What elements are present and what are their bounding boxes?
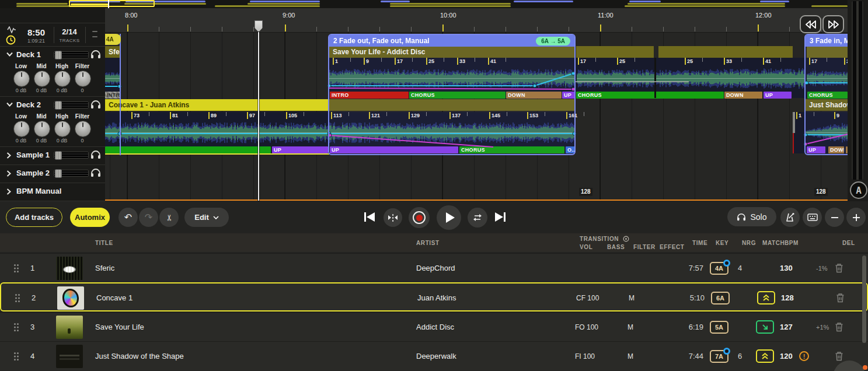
slider-thumb[interactable] — [55, 169, 62, 178]
volume-slider[interactable] — [54, 152, 89, 159]
bpm-value[interactable]: 128 — [781, 293, 794, 302]
skip-to-start-button[interactable] — [363, 211, 376, 223]
song-section[interactable]: UP — [272, 146, 328, 153]
solo-button[interactable]: Solo — [727, 207, 776, 226]
drag-handle-icon[interactable] — [13, 323, 19, 332]
drag-handle-icon[interactable] — [15, 293, 20, 303]
song-section[interactable]: INTRO — [105, 92, 120, 99]
cue-headphones-button[interactable] — [90, 50, 101, 59]
vertical-scrollbar[interactable] — [852, 1, 863, 180]
undo-button[interactable]: ↶ — [118, 208, 138, 227]
bpm-warning-icon[interactable]: ! — [799, 351, 809, 361]
arrangement-timeline[interactable]: 8:009:0010:0011:0012:00SferSave Your Lif… — [105, 8, 848, 201]
panel-label[interactable]: Deck 2 — [16, 100, 41, 109]
mid-knob[interactable] — [34, 121, 50, 137]
delete-track-button[interactable] — [835, 351, 843, 361]
time-ruler[interactable]: 8:009:0010:0011:0012:00 — [105, 8, 848, 33]
match-indicator[interactable] — [756, 320, 774, 334]
key-badge[interactable]: 5A — [710, 321, 728, 334]
slider-thumb[interactable] — [55, 151, 62, 160]
loop-button[interactable] — [468, 208, 487, 228]
song-section[interactable] — [105, 146, 271, 153]
automix-button[interactable]: Automix — [70, 208, 110, 227]
drag-handle-icon[interactable] — [13, 264, 19, 273]
chevron-down-icon[interactable] — [6, 52, 12, 58]
zoom-in-button[interactable] — [846, 208, 866, 227]
chevron-right-icon[interactable] — [6, 188, 12, 194]
bpm-change-marker[interactable]: 128 — [814, 188, 828, 196]
chevron-right-icon[interactable] — [6, 152, 12, 158]
clip-title-concave[interactable]: Concave 1 - Juan Atkins — [105, 99, 328, 111]
bpm-value[interactable]: 127 — [780, 323, 793, 331]
filter-value[interactable]: M — [628, 323, 633, 331]
clip-title-save-continuation[interactable] — [658, 46, 793, 58]
track-row[interactable]: 1SfericDeepChord7:574A4130-1% — [0, 253, 868, 282]
seek-back-button[interactable] — [800, 15, 821, 33]
transition-vol-value[interactable]: FI 100 — [575, 352, 595, 360]
redo-button[interactable]: ↷ — [139, 208, 158, 227]
filter-knob[interactable] — [75, 71, 91, 87]
high-knob[interactable] — [54, 71, 71, 87]
low-knob[interactable] — [13, 71, 30, 87]
clip-title-sferic[interactable]: Sfer — [105, 46, 121, 58]
clip-title-save-continuation[interactable] — [576, 46, 654, 58]
eye-icon[interactable] — [623, 236, 629, 242]
metronome-button[interactable] — [780, 208, 800, 227]
filter-knob[interactable] — [75, 121, 91, 137]
panel-label[interactable]: Deck 1 — [16, 50, 41, 59]
clip-start-handle[interactable] — [793, 112, 795, 133]
mid-knob[interactable] — [34, 71, 50, 87]
timeline-minimap[interactable] — [0, 0, 848, 9]
chevron-right-icon[interactable] — [6, 170, 12, 176]
match-indicator[interactable] — [757, 291, 775, 304]
seek-forward-button[interactable] — [822, 15, 844, 33]
delete-track-button[interactable] — [835, 263, 843, 273]
transition-vol-value[interactable]: FO 100 — [575, 323, 598, 331]
song-section[interactable]: UP — [764, 92, 792, 99]
track-row[interactable]: 2Concave 1Juan AtkinsCF 100M5:106A128 — [0, 282, 868, 312]
add-tracks-button[interactable]: Add tracks — [6, 208, 62, 227]
low-knob[interactable] — [13, 121, 30, 137]
bpm-change-marker[interactable]: 128 — [579, 188, 592, 196]
transition-header[interactable]: 3 Fade in, M — [806, 35, 848, 47]
panel-label[interactable]: Sample 2 — [16, 169, 50, 177]
cue-headphones-button[interactable] — [90, 168, 101, 177]
minimap-viewport[interactable] — [69, 0, 155, 7]
panel-label[interactable]: BPM Manual — [16, 187, 61, 195]
filter-value[interactable]: M — [628, 352, 633, 360]
delete-track-button[interactable] — [835, 322, 843, 332]
play-button[interactable] — [437, 205, 461, 230]
split-button[interactable]: ✂ — [159, 208, 179, 227]
match-indicator[interactable] — [756, 349, 774, 363]
record-button[interactable] — [409, 207, 430, 228]
track-row[interactable]: 4Just Shadow of the ShapeDeeperwalkFI 10… — [0, 341, 868, 370]
panel-handle-icon[interactable] — [92, 31, 97, 32]
bpm-value[interactable]: 120 — [780, 352, 793, 360]
volume-slider[interactable] — [54, 51, 89, 58]
volume-slider[interactable] — [54, 102, 89, 108]
playhead-line[interactable] — [258, 32, 259, 201]
edit-menu-button[interactable]: Edit — [184, 208, 229, 227]
snap-playhead-button[interactable] — [384, 208, 402, 227]
key-badge[interactable]: 6A — [711, 292, 730, 304]
chevron-down-icon[interactable] — [6, 102, 12, 108]
drag-handle-icon[interactable] — [13, 352, 19, 361]
slider-thumb[interactable] — [55, 101, 62, 110]
cue-headphones-button[interactable] — [90, 100, 101, 109]
high-knob[interactable] — [54, 121, 71, 137]
song-section[interactable]: CHORUS — [576, 92, 724, 99]
skip-to-end-button[interactable] — [494, 211, 507, 223]
transition-clip-3[interactable]: 3 Fade in, M — [804, 34, 848, 155]
song-section[interactable]: DOWN — [724, 92, 762, 99]
filter-value[interactable]: M — [629, 294, 635, 302]
transition-vol-value[interactable]: CF 100 — [576, 294, 599, 302]
transition-1-edge[interactable] — [120, 34, 121, 155]
panel-label[interactable]: Sample 1 — [16, 150, 50, 159]
delete-track-button[interactable] — [836, 293, 845, 303]
track-row[interactable]: 3Save Your LifeAddict DiscFO 100M6:195A1… — [0, 312, 868, 341]
volume-slider[interactable] — [54, 170, 89, 177]
transition-header[interactable]: 2 Fade out, Fade out, Manual6A → 5A — [329, 35, 574, 47]
cue-headphones-button[interactable] — [90, 150, 101, 159]
zoom-out-button[interactable] — [825, 208, 844, 227]
slider-thumb[interactable] — [55, 51, 62, 60]
